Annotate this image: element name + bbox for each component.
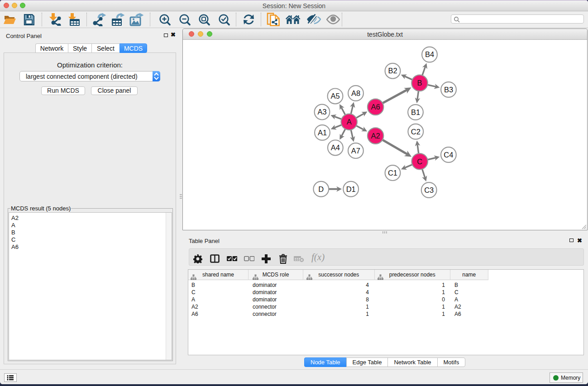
svg-text:A4: A4 (331, 143, 340, 152)
svg-text:C: C (417, 157, 422, 166)
svg-text:B3: B3 (444, 86, 453, 94)
svg-text:A6: A6 (371, 103, 380, 111)
svg-text:A3: A3 (317, 108, 326, 116)
svg-text:C3: C3 (424, 186, 434, 194)
svg-text:A8: A8 (351, 89, 360, 97)
svg-text:A: A (347, 118, 352, 126)
svg-text:B2: B2 (388, 67, 397, 75)
svg-text:D1: D1 (346, 185, 356, 193)
svg-text:A7: A7 (351, 147, 360, 155)
svg-text:A5: A5 (330, 92, 339, 100)
svg-text:A1: A1 (318, 129, 327, 137)
svg-text:C4: C4 (444, 151, 453, 159)
svg-text:D: D (318, 185, 324, 193)
svg-text:B: B (417, 79, 422, 87)
svg-text:C1: C1 (388, 169, 397, 177)
svg-text:C2: C2 (411, 128, 421, 136)
svg-text:A2: A2 (371, 132, 380, 140)
svg-text:B4: B4 (425, 50, 434, 58)
svg-text:B1: B1 (411, 108, 420, 116)
